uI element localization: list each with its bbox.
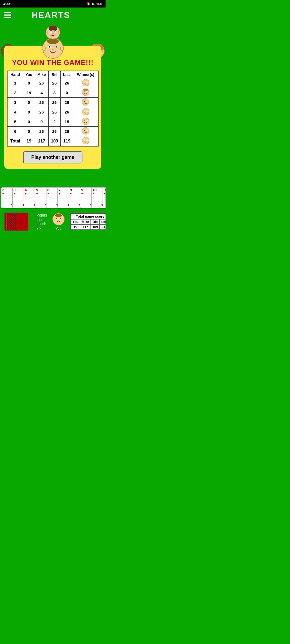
table-row: 4 0 26 26 26 bbox=[7, 107, 98, 117]
you-label: You bbox=[56, 226, 61, 230]
cell-hand: 4 bbox=[7, 107, 23, 117]
ts-val-you: 19 bbox=[71, 224, 80, 229]
svg-point-70 bbox=[82, 137, 89, 144]
cell-lisa: 0 bbox=[60, 88, 73, 98]
cell-mike: 4 bbox=[35, 88, 48, 98]
svg-point-60 bbox=[82, 118, 89, 125]
total-row: Total 19 117 109 119 bbox=[7, 136, 98, 147]
svg-point-43 bbox=[87, 82, 87, 82]
cell-bill: 26 bbox=[48, 98, 60, 107]
points-section: Points this hand: 26 bbox=[35, 213, 47, 230]
svg-point-8 bbox=[54, 31, 55, 32]
svg-rect-2 bbox=[49, 28, 57, 30]
cell-mike: 26 bbox=[35, 98, 48, 107]
cell-hand: 6 bbox=[7, 127, 23, 136]
svg-point-54 bbox=[87, 101, 87, 102]
playing-card[interactable]: J ♥ ♥ bbox=[103, 187, 106, 208]
ts-val-lisa: 119 bbox=[100, 224, 106, 229]
svg-point-67 bbox=[84, 130, 85, 131]
svg-point-55 bbox=[82, 108, 89, 115]
table-row: 3 0 26 26 26 bbox=[7, 98, 98, 107]
you-large-avatar bbox=[42, 38, 64, 59]
svg-point-46 bbox=[84, 92, 85, 92]
you-section: You bbox=[52, 213, 65, 230]
cell-hand: 3 bbox=[7, 98, 23, 107]
total-score-values: 19 117 109 119 bbox=[71, 224, 106, 229]
cell-hand: 2 bbox=[7, 88, 23, 98]
cell-total-winner bbox=[73, 136, 98, 147]
ts-col-bill: Bill bbox=[91, 219, 100, 224]
battery-text: 66% bbox=[96, 2, 102, 5]
cell-hand: 1 bbox=[7, 78, 23, 88]
total-score-box: Total game score You Mike Bill Lisa 19 1… bbox=[70, 213, 106, 230]
menu-button[interactable] bbox=[4, 12, 11, 18]
svg-point-3 bbox=[46, 31, 48, 34]
status-time: 4:33 bbox=[3, 2, 10, 6]
svg-point-24 bbox=[103, 50, 104, 53]
cell-you: 0 bbox=[23, 107, 35, 117]
svg-point-57 bbox=[84, 111, 85, 111]
bottom-bar: Points this hand: 26 You Total game scor… bbox=[0, 210, 106, 236]
svg-point-38 bbox=[52, 49, 54, 50]
cell-you: 19 bbox=[23, 88, 35, 98]
cell-mike: 26 bbox=[35, 127, 48, 136]
cell-lisa: 26 bbox=[60, 107, 73, 117]
table-row: 1 0 26 26 26 bbox=[7, 78, 98, 88]
cell-winner bbox=[73, 98, 98, 107]
cell-winner bbox=[73, 78, 98, 88]
ts-col-mike: Mike bbox=[80, 219, 91, 224]
cell-lisa: 26 bbox=[60, 127, 73, 136]
svg-point-69 bbox=[87, 130, 87, 131]
cell-total-bill: 109 bbox=[48, 136, 60, 147]
you-avatar bbox=[52, 213, 65, 225]
cell-total-you: 19 bbox=[23, 136, 35, 147]
svg-point-83 bbox=[56, 218, 57, 219]
ts-val-mike: 117 bbox=[80, 224, 91, 229]
score-table-header: Hand You Mike Bill Lisa Winner(s) bbox=[7, 71, 98, 78]
svg-point-33 bbox=[47, 39, 59, 44]
play-area: Bill Mike bbox=[0, 23, 106, 178]
cell-total-label: Total bbox=[7, 136, 23, 147]
cell-you: 0 bbox=[23, 78, 35, 88]
svg-point-11 bbox=[1, 50, 3, 53]
cell-bill: 26 bbox=[48, 127, 60, 136]
cell-lisa: 26 bbox=[60, 98, 73, 107]
cell-winner bbox=[73, 88, 98, 98]
table-row: 5 0 9 2 15 bbox=[7, 117, 98, 127]
status-bar: 4:33 🔇 4G 66% bbox=[0, 0, 106, 8]
cell-total-mike: 117 bbox=[35, 136, 48, 147]
top-bar: HEARTS bbox=[0, 8, 106, 23]
play-another-button[interactable]: Play another game bbox=[23, 151, 82, 163]
app-title: HEARTS bbox=[11, 10, 90, 20]
svg-point-37 bbox=[55, 46, 57, 48]
total-score-title: Total game score bbox=[71, 214, 106, 219]
cell-bill: 3 bbox=[48, 88, 60, 98]
cell-winner bbox=[73, 107, 98, 117]
cell-mike: 9 bbox=[35, 117, 48, 127]
mute-icon: 🔇 bbox=[86, 2, 90, 6]
cell-bill: 26 bbox=[48, 78, 60, 88]
col-mike: Mike bbox=[35, 71, 48, 78]
score-table: Hand You Mike Bill Lisa Winner(s) 1 0 26… bbox=[7, 71, 99, 147]
svg-point-9 bbox=[52, 33, 54, 34]
svg-point-86 bbox=[58, 219, 59, 220]
deck-pile bbox=[4, 213, 30, 231]
col-you: You bbox=[23, 71, 35, 78]
cell-you: 0 bbox=[23, 98, 35, 107]
svg-point-59 bbox=[87, 111, 87, 111]
svg-point-39 bbox=[82, 79, 89, 86]
total-score-headers: You Mike Bill Lisa bbox=[71, 219, 106, 224]
cell-mike: 26 bbox=[35, 107, 48, 117]
status-icons: 🔇 4G 66% bbox=[86, 2, 102, 6]
svg-point-72 bbox=[84, 140, 85, 140]
svg-point-50 bbox=[82, 98, 89, 105]
svg-point-65 bbox=[82, 127, 89, 134]
svg-point-52 bbox=[84, 101, 85, 102]
table-row: 6 0 26 26 26 bbox=[7, 127, 98, 136]
cell-mike: 26 bbox=[35, 78, 48, 88]
col-lisa: Lisa bbox=[60, 71, 73, 78]
ts-col-you: You bbox=[71, 219, 80, 224]
svg-point-74 bbox=[87, 140, 87, 140]
col-hand: Hand bbox=[7, 71, 23, 78]
ts-col-lisa: Lisa bbox=[100, 219, 106, 224]
